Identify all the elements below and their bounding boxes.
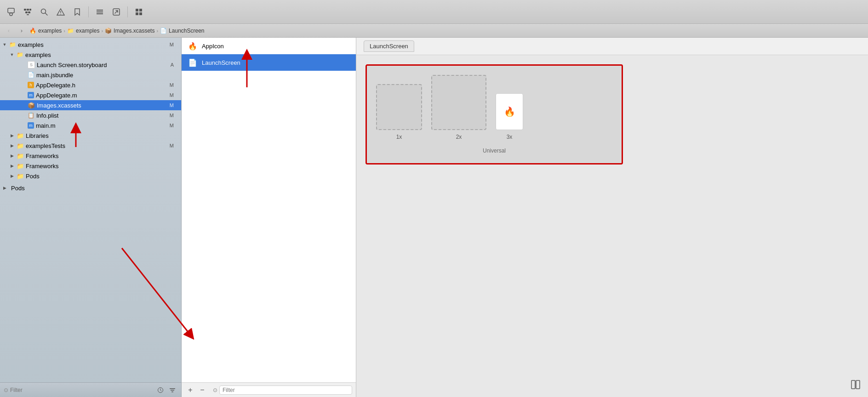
svg-rect-7 (27, 14, 29, 15)
file-navigator: 📁 examples M 📁 examples S Launch Screen.… (0, 38, 182, 397)
bookmark-icon[interactable] (70, 5, 85, 19)
xcassets-icon: 📦 (28, 102, 35, 109)
nav-bar: ‹ › 🔥 examples › 📁 examples › 📦 Images.x… (0, 24, 868, 38)
products-icon: 📁 (17, 153, 24, 159)
sidebar-footer: ⊙ (0, 382, 181, 397)
slot-box-1x[interactable] (376, 84, 422, 130)
sidebar-item-appdelegate-m[interactable]: m AppDelegate.m M (0, 90, 181, 100)
sidebar-item-examples-tests[interactable]: 📁 examplesTests M (0, 141, 181, 151)
svg-rect-14 (97, 11, 103, 12)
svg-point-1 (10, 13, 12, 16)
recent-files-button[interactable] (155, 385, 166, 395)
examples-root-icon: 📁 (9, 41, 16, 48)
breadcrumb-sep-2: › (101, 28, 103, 34)
svg-rect-25 (851, 380, 855, 389)
sidebar-item-products[interactable]: 📁 Frameworks (0, 151, 181, 161)
svg-line-9 (46, 13, 48, 15)
asset-catalog-preview: 1x 2x 🔥 3x (365, 64, 623, 164)
asset-item-launchscreen[interactable]: 📄 LaunchScreen (182, 54, 356, 71)
disclosure-tests[interactable] (9, 143, 15, 148)
disclosure-libraries[interactable] (9, 133, 15, 138)
asset-filter-input[interactable] (219, 386, 352, 395)
arrow-square-icon[interactable] (109, 5, 124, 19)
svg-rect-6 (28, 11, 30, 13)
m-file-icon-1: m (28, 92, 34, 98)
sidebar-item-main-m[interactable]: m main.m M (0, 120, 181, 130)
sidebar-item-examples-folder[interactable]: 📁 examples (0, 50, 181, 60)
libraries-icon: 📁 (17, 132, 24, 139)
sidebar-item-launch-screen[interactable]: S Launch Screen.storyboard A (0, 60, 181, 70)
plist-icon: 📋 (28, 112, 34, 119)
svg-rect-3 (27, 9, 29, 11)
svg-rect-18 (139, 9, 142, 11)
person-icon[interactable] (4, 5, 18, 19)
file-tree: 📁 examples M 📁 examples S Launch Screen.… (0, 38, 181, 382)
slot-2x: 2x (431, 75, 486, 140)
breadcrumb-item-2[interactable]: 📁 examples (67, 28, 99, 34)
detail-panel: LaunchScreen 1x 2x (356, 38, 868, 397)
asset-panel: 🔥 AppIcon 📄 LaunchScreen + − ⊙ (182, 38, 356, 397)
sidebar-item-frameworks[interactable]: 📁 Frameworks (0, 161, 181, 171)
h-file-icon: h (28, 82, 34, 88)
grid-icon[interactable] (131, 5, 146, 19)
sidebar-item-info-plist[interactable]: 📋 Info.plist M (0, 110, 181, 120)
tests-icon: 📁 (17, 142, 24, 149)
warning-icon[interactable] (53, 5, 68, 19)
breadcrumb-item-4[interactable]: 📄 LaunchScreen (160, 28, 204, 34)
appicon-icon: 🔥 (187, 40, 198, 51)
disclosure-frameworks[interactable] (9, 163, 15, 169)
sidebar-item-libraries[interactable]: 📁 Libraries (0, 130, 181, 141)
nav-back-button[interactable]: ‹ (4, 26, 14, 36)
sidebar-item-images-xcassets[interactable]: 📦 Images.xcassets M (0, 100, 181, 110)
svg-rect-0 (8, 8, 14, 13)
m-file-icon-2: m (28, 122, 34, 129)
svg-rect-24 (171, 391, 173, 392)
toolbar-separator-1 (88, 6, 89, 17)
slot-3x-content-icon: 🔥 (504, 106, 515, 117)
breadcrumb-item-1[interactable]: 🔥 examples (29, 28, 62, 34)
jsbundle-icon: 📄 (28, 72, 34, 78)
slot-box-3x[interactable]: 🔥 (496, 93, 523, 130)
sidebar-filter-input[interactable] (10, 386, 154, 395)
disclosure-pods-folder[interactable] (9, 173, 15, 179)
svg-rect-23 (171, 390, 174, 391)
sidebar-item-pods-folder[interactable]: 📁 Pods (0, 171, 181, 181)
remove-asset-button[interactable]: − (197, 385, 207, 395)
universal-label: Universal (376, 147, 612, 154)
svg-rect-17 (136, 9, 138, 11)
asset-item-appicon[interactable]: 🔥 AppIcon (182, 38, 356, 54)
hierarchy-icon[interactable] (20, 5, 35, 19)
add-asset-button[interactable]: + (185, 385, 195, 395)
detail-tab[interactable]: LaunchScreen (364, 40, 414, 52)
asset-slots: 1x 2x 🔥 3x (376, 75, 612, 140)
filter-options-button[interactable] (167, 385, 177, 395)
disclosure-examples-folder[interactable] (9, 52, 15, 57)
svg-rect-22 (170, 388, 175, 389)
disclosure-products[interactable] (9, 153, 15, 159)
launchscreen-icon: 📄 (187, 57, 198, 68)
disclosure-examples-root[interactable] (2, 42, 7, 47)
breadcrumb-sep-3: › (156, 28, 158, 34)
breadcrumb-item-3[interactable]: 📦 Images.xcassets (105, 28, 154, 34)
main-layout: 📁 examples M 📁 examples S Launch Screen.… (0, 38, 868, 397)
svg-rect-26 (856, 380, 860, 389)
asset-footer: + − ⊙ (182, 382, 356, 397)
filter-asset-icon: ⊙ (213, 387, 217, 393)
sidebar-item-examples-root[interactable]: 📁 examples M (0, 40, 181, 50)
sidebar-item-appdelegate-h[interactable]: h AppDelegate.h M (0, 80, 181, 90)
disclosure-pods-group[interactable] (2, 185, 7, 191)
filter-sidebar-icon: ⊙ (4, 387, 8, 393)
nav-forward-button[interactable]: › (17, 26, 27, 36)
sidebar-item-main-jsbundle[interactable]: 📄 main.jsbundle (0, 70, 181, 80)
list-icon[interactable] (92, 5, 107, 19)
slot-box-2x[interactable] (431, 75, 486, 130)
inspector-toggle-button[interactable] (849, 378, 862, 391)
breadcrumb-sep-1: › (63, 28, 65, 34)
sidebar-item-pods-group[interactable]: Pods (0, 183, 181, 193)
svg-rect-20 (139, 12, 142, 15)
slot-1x: 1x (376, 84, 422, 140)
slot-3x: 🔥 3x (496, 93, 523, 140)
breadcrumb: 🔥 examples › 📁 examples › 📦 Images.xcass… (29, 28, 205, 34)
search-icon[interactable] (37, 5, 51, 19)
frameworks-icon: 📁 (17, 163, 24, 170)
